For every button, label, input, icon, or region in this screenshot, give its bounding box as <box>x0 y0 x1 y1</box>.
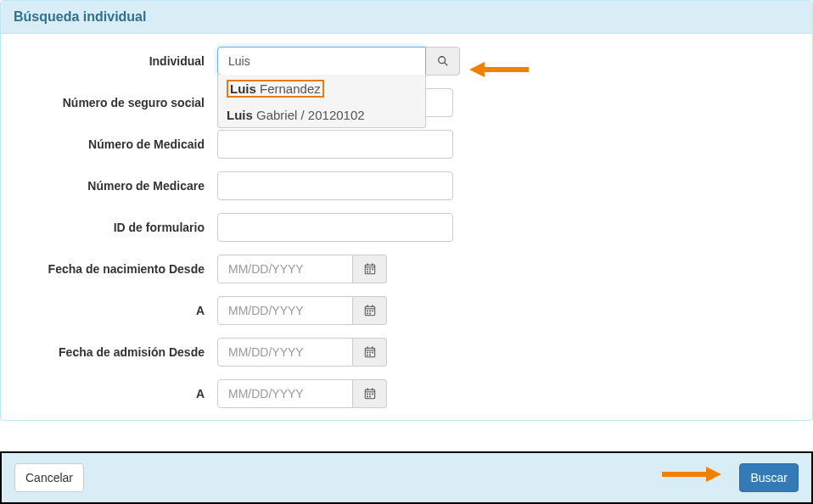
panel-title: Búsqueda individual <box>14 9 146 24</box>
svg-rect-16 <box>369 311 371 312</box>
adm-from-calendar-button[interactable] <box>353 338 387 367</box>
footer-bar: Cancelar Buscar <box>0 451 813 504</box>
svg-rect-22 <box>367 346 367 349</box>
suggestion-item-1[interactable]: Luis Fernandez <box>218 75 425 103</box>
svg-rect-27 <box>367 355 368 356</box>
search-panel: Búsqueda individual Individual Luis Fern… <box>0 0 813 421</box>
formid-input[interactable] <box>217 213 453 242</box>
calendar-icon <box>364 263 376 275</box>
medicare-label: Número de Medicare <box>14 179 217 193</box>
svg-rect-8 <box>372 269 373 271</box>
suggestion-match-text: Luis <box>227 108 253 122</box>
individual-suggestions: Luis Fernandez Luis Gabriel / 20120102 <box>217 75 426 128</box>
adm-to-input[interactable] <box>217 379 353 408</box>
adm-to-label: A <box>14 387 217 400</box>
adm-from-input[interactable] <box>217 338 353 367</box>
individual-input[interactable] <box>217 47 426 76</box>
svg-rect-17 <box>372 311 373 312</box>
calendar-icon <box>364 305 376 316</box>
cancel-button[interactable]: Cancelar <box>14 463 84 492</box>
suggestion-highlight: Luis Fernandez <box>227 80 324 98</box>
formid-label: ID de formulario <box>14 221 217 234</box>
medicare-input[interactable] <box>217 171 453 200</box>
dob-to-input[interactable] <box>217 296 353 325</box>
svg-rect-24 <box>367 352 368 354</box>
adm-from-label: Fecha de admisión Desde <box>14 345 217 359</box>
svg-rect-25 <box>369 352 371 354</box>
dob-from-label: Fecha de nacimiento Desde <box>14 262 217 276</box>
svg-rect-9 <box>367 272 368 273</box>
svg-rect-14 <box>372 305 373 307</box>
suggestion-rest-text: Gabriel / 20120102 <box>253 108 365 122</box>
search-button[interactable]: Buscar <box>739 463 799 492</box>
panel-body: Individual Luis Fernandez Luis Gabriel /… <box>1 34 812 420</box>
adm-to-calendar-button[interactable] <box>353 379 387 408</box>
calendar-icon <box>364 388 376 400</box>
medicaid-input[interactable] <box>217 130 453 159</box>
svg-rect-32 <box>372 388 373 390</box>
panel-heading: Búsqueda individual <box>1 1 812 34</box>
svg-point-0 <box>438 57 445 64</box>
svg-rect-7 <box>369 269 371 271</box>
suggestion-rest-text: Fernandez <box>256 81 321 96</box>
svg-rect-23 <box>372 346 373 349</box>
svg-rect-35 <box>372 394 373 395</box>
svg-rect-6 <box>367 269 368 271</box>
svg-rect-37 <box>369 396 371 398</box>
dob-to-label: A <box>14 304 217 317</box>
svg-rect-13 <box>367 305 367 307</box>
calendar-icon <box>364 346 376 358</box>
ssn-label: Número de seguro social <box>14 96 217 109</box>
svg-rect-26 <box>372 352 373 354</box>
svg-rect-18 <box>367 313 368 315</box>
dob-from-calendar-button[interactable] <box>353 255 387 283</box>
search-icon <box>437 55 449 67</box>
dob-from-input[interactable] <box>217 255 353 283</box>
suggestion-match-text: Luis <box>230 81 256 96</box>
medicaid-label: Número de Medicaid <box>14 137 217 151</box>
svg-rect-34 <box>369 394 371 395</box>
svg-rect-36 <box>367 396 368 398</box>
individual-label: Individual <box>14 54 217 68</box>
svg-rect-15 <box>367 311 368 312</box>
svg-line-1 <box>444 63 447 66</box>
individual-search-button[interactable] <box>426 47 460 76</box>
suggestion-item-2[interactable]: Luis Gabriel / 20120102 <box>218 103 425 127</box>
svg-rect-31 <box>367 388 367 390</box>
dob-to-calendar-button[interactable] <box>353 296 387 325</box>
svg-rect-28 <box>369 355 371 356</box>
svg-rect-10 <box>369 272 371 273</box>
svg-rect-5 <box>372 263 373 266</box>
svg-rect-19 <box>369 313 371 315</box>
svg-rect-4 <box>367 263 367 266</box>
svg-rect-33 <box>367 394 368 395</box>
